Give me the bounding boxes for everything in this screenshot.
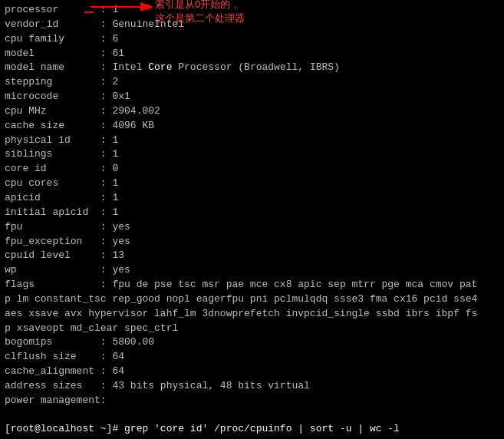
line-flags1: flags : fpu de pse tsc msr pae mce cx8 a… — [5, 278, 499, 292]
line-vendor: vendor_id : GenuineIntel — [5, 18, 499, 32]
line-fpuexception: fpu_exception : yes — [5, 235, 499, 249]
line-fpu: fpu : yes — [5, 220, 499, 235]
line-blank1 — [5, 408, 499, 423]
line-powermgmt: power management: — [5, 394, 499, 408]
line-physicalid: physical id : 1 — [5, 134, 499, 148]
line-clflush: clflush size : 64 — [5, 350, 499, 365]
line-cmd1: [root@localhost ~]# grep 'core id' /proc… — [5, 422, 499, 437]
line-modelname: model name : Intel Core Processor (Broad… — [5, 61, 499, 75]
line-coreid: core id : 0 — [5, 162, 499, 177]
line-addresssizes: address sizes : 43 bits physical, 48 bit… — [5, 379, 499, 394]
line-cpufamily: cpu family : 6 — [5, 32, 499, 47]
line-wp: wp : yes — [5, 263, 499, 278]
line-flags3: aes xsave avx hypervisor lahf_lm 3dnowpr… — [5, 307, 499, 322]
line-cachealign: cache_alignment : 64 — [5, 365, 499, 379]
line-apicid: apicid : 1 — [5, 191, 499, 206]
line-initialapicid: initial apicid : 1 — [5, 206, 499, 220]
terminal-window: processor : 1 vendor_id : GenuineIntel c… — [0, 0, 504, 439]
line-processor: processor : 1 — [5, 3, 499, 18]
line-cachesize: cache size : 4096 KB — [5, 119, 499, 134]
line-flags4: p xsaveopt md_clear spec_ctrl — [5, 322, 499, 336]
line-microcode: microcode : 0x1 — [5, 90, 499, 104]
line-cpucores: cpu cores : 1 — [5, 177, 499, 191]
line-stepping: stepping : 2 — [5, 75, 499, 90]
line-cpuidlevel: cpuid level : 13 — [5, 249, 499, 263]
core-text: Core — [148, 61, 172, 73]
line-flags2: p lm constant_tsc rep_good nopl eagerfpu… — [5, 292, 499, 307]
line-siblings: siblings : 1 — [5, 147, 499, 162]
line-cpumhz: cpu MHz : 2904.002 — [5, 104, 499, 119]
line-model: model : 61 — [5, 47, 499, 61]
line-bogomips: bogomips : 5800.00 — [5, 335, 499, 350]
